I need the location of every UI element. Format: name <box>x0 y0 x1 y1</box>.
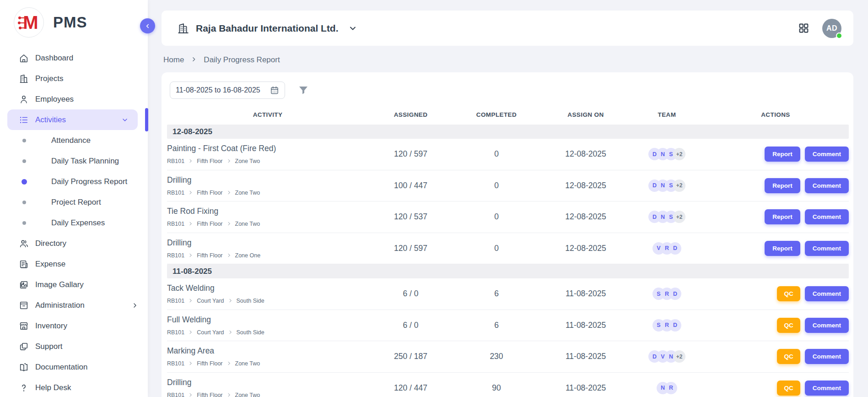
sidebar-subitem-daily-progress-report[interactable]: Daily Progress Report <box>0 171 148 192</box>
receipt-icon <box>18 259 29 270</box>
table-row: Tack WeldingRB101Court YardSouth Side6 /… <box>167 278 849 310</box>
avatar-initials: AD <box>826 24 837 33</box>
actions-cell: QCComment <box>702 341 849 372</box>
comment-button[interactable]: Comment <box>805 209 849 224</box>
team-member-avatar: R <box>665 382 677 394</box>
team-overflow-count: +2 <box>673 211 685 223</box>
comment-button[interactable]: Comment <box>805 286 849 301</box>
bullet-icon <box>22 221 26 225</box>
chevron-right-icon <box>227 190 231 196</box>
path-segment: Zone Two <box>235 190 260 196</box>
filter-row: 11-08-2025 to 16-08-2025 <box>167 82 849 99</box>
apps-grid-icon[interactable] <box>798 22 809 34</box>
archive-icon <box>18 300 29 311</box>
chevron-right-icon <box>227 252 231 259</box>
report-button[interactable]: Report <box>765 178 800 193</box>
qc-button[interactable]: QC <box>777 318 800 333</box>
assign-on-date: 11-08-2025 <box>540 278 631 310</box>
brand-area: M PMS <box>0 0 148 38</box>
path-segment: Fifth Floor <box>197 360 222 367</box>
breadcrumb-home[interactable]: Home <box>163 55 184 65</box>
comment-button[interactable]: Comment <box>805 381 849 396</box>
qc-button[interactable]: QC <box>777 381 800 396</box>
path-segment: RB101 <box>167 158 184 164</box>
completed-value: 0 <box>453 139 540 170</box>
completed-value: 90 <box>453 373 540 397</box>
sidebar-item-expense[interactable]: Expense <box>0 254 148 274</box>
sidebar-item-projects[interactable]: Projects <box>0 68 148 89</box>
chevron-right-icon <box>189 329 193 336</box>
sidebar-item-employees[interactable]: Employees <box>0 89 148 109</box>
qc-button[interactable]: QC <box>777 286 800 301</box>
company-selector[interactable]: Raja Bahadur International Ltd. <box>177 22 357 34</box>
assign-on-date: 12-08-2025 <box>540 201 631 233</box>
sidebar-item-documentation[interactable]: Documentation <box>0 357 148 377</box>
column-header-assign-on: ASSIGN ON <box>540 111 631 118</box>
sidebar-item-dashboard[interactable]: Dashboard <box>0 48 148 68</box>
team-avatars: NR <box>631 373 702 397</box>
comment-button[interactable]: Comment <box>805 318 849 333</box>
copy-icon <box>18 341 29 352</box>
sidebar-subitem-attendance[interactable]: Attendance <box>0 130 148 151</box>
sidebar-subitem-label: Daily Task Planning <box>51 157 119 166</box>
date-range-input[interactable]: 11-08-2025 to 16-08-2025 <box>170 82 285 99</box>
bullet-icon <box>22 201 26 204</box>
completed-value: 230 <box>453 341 540 372</box>
table-row: DrillingRB101Fifth FloorZone Two100 / 44… <box>167 170 849 202</box>
column-header-activity: ACTIVITY <box>167 111 368 118</box>
activity-location-path: RB101Court YardSouth Side <box>167 329 368 336</box>
brand-name: PMS <box>53 14 87 31</box>
comment-button[interactable]: Comment <box>805 178 849 193</box>
activity-location-path: RB101Court YardSouth Side <box>167 298 368 304</box>
team-avatars: DNS+2 <box>631 170 702 201</box>
sidebar-item-administration[interactable]: Administration <box>0 295 148 315</box>
comment-button[interactable]: Comment <box>805 349 849 364</box>
column-header-completed: COMPLETED <box>453 111 540 118</box>
user-avatar[interactable]: AD <box>822 19 841 38</box>
sidebar-subitem-label: Project Report <box>51 198 101 207</box>
activity-location-path: RB101Fifth FloorZone Two <box>167 158 368 164</box>
sidebar-subitem-daily-task-planning[interactable]: Daily Task Planning <box>0 151 148 171</box>
report-button[interactable]: Report <box>765 147 800 162</box>
chevron-right-icon <box>228 329 232 336</box>
sidebar-item-label: Image Gallary <box>35 280 84 289</box>
sidebar-item-label: Documentation <box>35 363 87 372</box>
comment-button[interactable]: Comment <box>805 147 849 162</box>
sidebar-item-inventory[interactable]: Inventory <box>0 315 148 336</box>
sidebar-item-label: Help Desk <box>35 383 71 392</box>
sidebar-item-label: Expense <box>35 260 65 269</box>
sidebar-nav: DashboardProjectsEmployeesActivitiesAtte… <box>0 48 148 397</box>
assign-on-date: 12-08-2025 <box>540 233 631 264</box>
qc-button[interactable]: QC <box>777 349 800 364</box>
person-icon <box>18 94 29 105</box>
activity-title: Tack Welding <box>167 283 368 293</box>
sidebar-collapse-button[interactable] <box>140 18 155 33</box>
activity-cell: DrillingRB101Fifth FloorZone Two <box>167 170 368 201</box>
comment-button[interactable]: Comment <box>805 241 849 256</box>
path-segment: Fifth Floor <box>197 252 222 259</box>
report-button[interactable]: Report <box>765 241 800 256</box>
date-range-value: 11-08-2025 to 16-08-2025 <box>176 86 260 94</box>
actions-cell: ReportComment <box>702 170 849 201</box>
filter-icon[interactable] <box>298 85 309 96</box>
actions-cell: ReportComment <box>702 139 849 170</box>
sidebar-item-support[interactable]: Support <box>0 336 148 357</box>
activity-title: Drilling <box>167 175 368 185</box>
sidebar-item-help-desk[interactable]: Help Desk <box>0 377 148 397</box>
sidebar-item-image-gallary[interactable]: Image Gallary <box>0 274 148 295</box>
activity-cell: Tack WeldingRB101Court YardSouth Side <box>167 278 368 310</box>
report-button[interactable]: Report <box>765 209 800 224</box>
completed-value: 0 <box>453 170 540 201</box>
sidebar-item-activities[interactable]: Activities <box>7 109 138 130</box>
team-overflow-count: +2 <box>673 179 685 192</box>
date-group-header: 11-08-2025 <box>167 264 849 278</box>
sidebar-item-directory[interactable]: Directory <box>0 233 148 254</box>
path-segment: Fifth Floor <box>197 190 222 196</box>
sidebar-subitem-project-report[interactable]: Project Report <box>0 192 148 212</box>
active-indicator <box>145 108 148 131</box>
chevron-left-icon <box>145 23 151 29</box>
chevron-right-icon <box>227 158 231 164</box>
sidebar-subitem-daily-expenses[interactable]: Daily Expenses <box>0 212 148 233</box>
topbar-right: AD <box>798 19 841 38</box>
path-segment: Court Yard <box>197 298 224 304</box>
